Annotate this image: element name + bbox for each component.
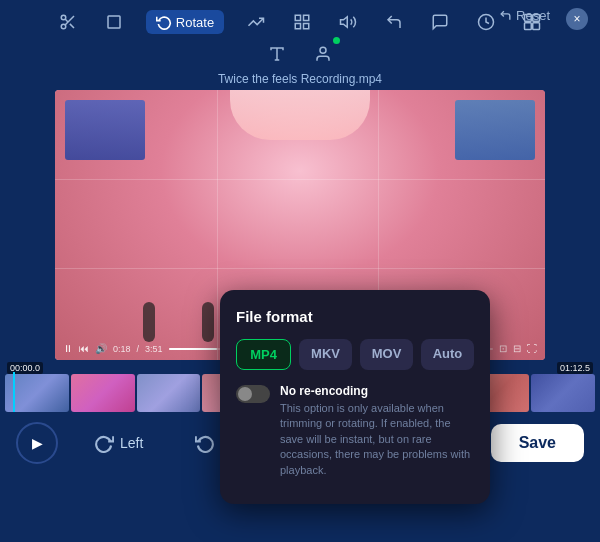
- layout-icon[interactable]: [288, 8, 316, 36]
- no-reencode-toggle[interactable]: [236, 385, 270, 403]
- svg-point-0: [61, 15, 66, 20]
- timeline-thumb-9[interactable]: [531, 374, 595, 412]
- format-tab-mp4[interactable]: MP4: [236, 339, 291, 370]
- toggle-knob: [238, 387, 252, 401]
- svg-rect-8: [304, 24, 309, 29]
- toolbar-icons: Rotate: [54, 8, 546, 36]
- toolbar-row2: [0, 40, 600, 72]
- person-detect-icon[interactable]: [309, 40, 337, 68]
- reset-label: Reset: [516, 8, 550, 23]
- time-current: 0:18: [113, 344, 131, 354]
- audio-icon[interactable]: [334, 8, 362, 36]
- adjust-icon[interactable]: [242, 8, 270, 36]
- svg-rect-7: [304, 15, 309, 20]
- figure-1: [143, 302, 155, 342]
- timeline-time-right: 01:12.5: [557, 362, 593, 374]
- bg-element-left: [65, 100, 145, 160]
- toggle-info: No re-encoding This option is only avail…: [280, 384, 474, 478]
- fullscreen-icon[interactable]: ⛶: [527, 343, 537, 354]
- reset-button[interactable]: Reset: [499, 8, 550, 23]
- play-button[interactable]: ▶: [16, 422, 58, 464]
- crop-icon[interactable]: [100, 8, 128, 36]
- rotate-left-button[interactable]: Left: [78, 425, 159, 461]
- main-toolbar: Rotate: [0, 0, 600, 40]
- svg-rect-9: [295, 24, 300, 29]
- svg-line-4: [65, 19, 68, 22]
- svg-rect-14: [525, 23, 532, 30]
- rotate-button[interactable]: Rotate: [146, 10, 224, 34]
- svg-point-18: [320, 47, 326, 53]
- playhead[interactable]: [13, 372, 15, 412]
- close-icon: ×: [573, 12, 580, 26]
- file-format-modal[interactable]: File format MP4 MKV MOV Auto No re-encod…: [220, 290, 490, 504]
- svg-line-3: [70, 24, 74, 28]
- svg-rect-15: [533, 23, 540, 30]
- save-button[interactable]: Save: [491, 424, 584, 462]
- bubble-icon[interactable]: [426, 8, 454, 36]
- rotate-label: Rotate: [176, 15, 214, 30]
- no-reencode-row: No re-encoding This option is only avail…: [236, 384, 474, 478]
- modal-title: File format: [236, 308, 474, 325]
- format-tabs: MP4 MKV MOV Auto: [236, 339, 474, 370]
- timeline-thumb-3[interactable]: [137, 374, 201, 412]
- timer-icon[interactable]: [472, 8, 500, 36]
- format-tab-mov[interactable]: MOV: [360, 339, 413, 370]
- svg-rect-6: [295, 15, 300, 20]
- time-separator: /: [137, 344, 140, 354]
- rotate-left-label: Left: [120, 435, 143, 451]
- step-back-button[interactable]: ⏮: [79, 343, 89, 354]
- volume-button[interactable]: 🔊: [95, 343, 107, 354]
- pause-button[interactable]: ⏸: [63, 343, 73, 354]
- progress-fill: [169, 348, 218, 350]
- svg-point-1: [61, 24, 66, 29]
- close-button[interactable]: ×: [566, 8, 588, 30]
- file-title: Twice the feels Recording.mp4: [0, 72, 600, 90]
- svg-marker-10: [341, 17, 348, 28]
- undo-icon[interactable]: [380, 8, 408, 36]
- play-icon: ▶: [32, 435, 43, 451]
- toggle-label: No re-encoding: [280, 384, 474, 398]
- video-right-controls: ⊡ ⊟ ⛶: [499, 343, 537, 354]
- cut-icon[interactable]: [54, 8, 82, 36]
- time-total: 3:51: [145, 344, 163, 354]
- text-transform-icon[interactable]: [263, 40, 291, 68]
- format-tab-auto[interactable]: Auto: [421, 339, 474, 370]
- bg-arch: [230, 90, 370, 140]
- toggle-description: This option is only available when trimm…: [280, 401, 474, 478]
- pip-icon[interactable]: ⊡: [499, 343, 507, 354]
- timeline-thumb-2[interactable]: [71, 374, 135, 412]
- figure-2: [202, 302, 214, 342]
- aspect-icon[interactable]: ⊟: [513, 343, 521, 354]
- bg-element-right: [455, 100, 535, 160]
- svg-rect-5: [108, 16, 120, 28]
- format-tab-mkv[interactable]: MKV: [299, 339, 352, 370]
